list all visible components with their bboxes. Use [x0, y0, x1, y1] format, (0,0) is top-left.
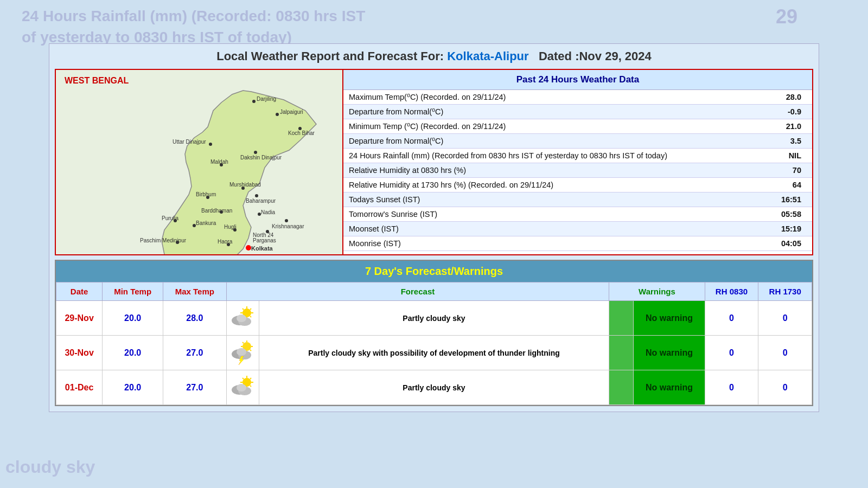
forecast-row: 01-Dec 20.0 27.0 Partly cloudy sky No wa… — [56, 370, 812, 405]
svg-text:Parganas: Parganas — [253, 237, 276, 243]
weather-label: Maximum Temp(⁰C) (Recorded. on 29/11/24) — [343, 90, 765, 105]
weather-data-row: Departure from Normal(⁰C) -0.9 — [343, 105, 812, 119]
forecast-icon — [226, 370, 259, 405]
date-label: Dated :Nov 29, 2024 — [539, 49, 652, 63]
th-max-temp: Max Temp — [163, 282, 226, 301]
weather-label: Departure from Normal(⁰C) — [343, 105, 765, 119]
svg-text:Baharampur: Baharampur — [246, 198, 276, 204]
weather-label: Moonrise (IST) — [343, 236, 765, 251]
forecast-rh0830: 0 — [705, 336, 758, 370]
weather-data-row: Maximum Temp(⁰C) (Recorded. on 29/11/24)… — [343, 90, 812, 105]
svg-point-80 — [237, 384, 246, 391]
weather-value: -0.9 — [765, 105, 812, 119]
forecast-warning: No warning — [634, 301, 705, 336]
weather-label: Tomorrow's Sunrise (IST) — [343, 207, 765, 222]
weather-data-row: 24 Hours Rainfall (mm) (Recorded from 08… — [343, 149, 812, 163]
svg-point-0 — [252, 100, 256, 103]
forecast-date: 30-Nov — [56, 336, 103, 370]
forecast-warning: No warning — [634, 336, 705, 370]
svg-line-75 — [250, 386, 251, 387]
main-container: Local Weather Report and Forecast For: K… — [49, 43, 819, 412]
svg-text:Dakshin Dinajpur: Dakshin Dinajpur — [240, 155, 282, 160]
watermark-line1: 24 Hours Rainfall (mm) (Recorded: 0830 h… — [22, 5, 365, 27]
warning-color-box — [609, 336, 634, 370]
forecast-text: Partly cloudy sky — [259, 301, 609, 336]
th-rh0830: RH 0830 — [705, 282, 758, 301]
forecast-date: 01-Dec — [56, 370, 103, 405]
forecast-min-temp: 20.0 — [103, 301, 163, 336]
weather-data-row: Departure from Normal(⁰C) 3.5 — [343, 134, 812, 149]
svg-text:Haora: Haora — [218, 239, 233, 245]
forecast-date: 29-Nov — [56, 301, 103, 336]
forecast-table: Date Min Temp Max Temp Forecast Warnings… — [56, 282, 812, 405]
svg-text:Paschim Medinipur: Paschim Medinipur — [140, 237, 187, 243]
weather-value: 04:05 — [765, 236, 812, 251]
weather-data-row: Minimum Temp (⁰C) (Recorded. on 29/11/24… — [343, 119, 812, 134]
forecast-title: 7 Day's Forecast/Warnings — [56, 261, 812, 282]
weather-data-row: Moonrise (IST) 04:05 — [343, 236, 812, 251]
weather-value: 28.0 — [765, 90, 812, 105]
svg-text:Bankura: Bankura — [196, 220, 216, 226]
svg-text:Maldah: Maldah — [210, 159, 228, 165]
svg-text:Purba Medinipur: Purba Medinipur — [190, 254, 231, 254]
svg-text:Krishnanagar: Krishnanagar — [272, 223, 304, 229]
watermark-right: 29 — [776, 5, 797, 28]
svg-line-77 — [250, 378, 251, 379]
weather-label: 24 Hours Rainfall (mm) (Recorded from 08… — [343, 149, 765, 163]
svg-text:Uttar Dinajpur: Uttar Dinajpur — [173, 139, 206, 145]
weather-value: NIL — [765, 149, 812, 163]
watermark-bottom: cloudy sky — [5, 457, 95, 477]
location-name: Kolkata-Alipur — [447, 49, 528, 63]
map-svg-container: Darjiling Jalpaiguri Koch Bihar Uttar Di… — [56, 70, 342, 254]
forecast-row: 30-Nov 20.0 27.0 Partly cloudy sky with … — [56, 336, 812, 370]
weather-label: Relative Humidity at 1730 hrs (%) (Recor… — [343, 178, 765, 192]
weather-data-row: Tomorrow's Sunrise (IST) 05:58 — [343, 207, 812, 222]
svg-text:Koch Bihar: Koch Bihar — [288, 130, 315, 136]
svg-line-74 — [242, 378, 244, 379]
page-title: Local Weather Report and Forecast For: K… — [55, 49, 813, 63]
forecast-text: Partly cloudy sky — [259, 370, 609, 405]
forecast-icon — [226, 336, 259, 370]
svg-point-67 — [237, 348, 246, 356]
th-forecast: Forecast — [226, 282, 609, 301]
svg-text:Hugli: Hugli — [224, 224, 237, 230]
forecast-row: 29-Nov 20.0 28.0 Partly cloudy sky No wa… — [56, 301, 812, 336]
map-title: WEST BENGAL — [60, 73, 133, 89]
map-section: WEST BENGAL Darjiling Jalpaiguri Koch Bi… — [56, 70, 343, 254]
weather-data-title: Past 24 Hours Weather Data — [343, 70, 812, 90]
warning-color-box — [609, 370, 634, 405]
weather-data-row: Todays Sunset (IST) 16:51 — [343, 192, 812, 207]
svg-point-6 — [209, 143, 212, 146]
top-section: WEST BENGAL Darjiling Jalpaiguri Koch Bi… — [55, 69, 813, 255]
svg-text:Birbhum: Birbhum — [196, 191, 216, 197]
th-min-temp: Min Temp — [103, 282, 163, 301]
forecast-max-temp: 27.0 — [163, 370, 226, 405]
forecast-text: Partly cloudy sky with possibility of de… — [259, 336, 609, 370]
weather-data-section: Past 24 Hours Weather Data Maximum Temp(… — [343, 70, 812, 254]
weather-value: 70 — [765, 163, 812, 178]
svg-text:Jalpaiguri: Jalpaiguri — [280, 109, 303, 115]
watermark-top: 24 Hours Rainfall (mm) (Recorded: 0830 h… — [22, 5, 365, 48]
forecast-min-temp: 20.0 — [103, 336, 163, 370]
th-date: Date — [56, 282, 103, 301]
forecast-rh1730: 0 — [758, 370, 812, 405]
th-warnings: Warnings — [609, 282, 705, 301]
th-rh1730: RH 1730 — [758, 282, 812, 301]
svg-point-8 — [254, 151, 257, 154]
weather-label: Moonset (IST) — [343, 222, 765, 236]
svg-point-16 — [255, 194, 258, 197]
svg-text:Kolkata: Kolkata — [251, 245, 273, 252]
weather-label: Todays Sunset (IST) — [343, 192, 765, 207]
svg-point-26 — [285, 219, 288, 222]
forecast-rh0830: 0 — [705, 301, 758, 336]
forecast-icon — [226, 301, 259, 336]
forecast-max-temp: 27.0 — [163, 336, 226, 370]
weather-label: Relative Humidity at 0830 hrs (%) — [343, 163, 765, 178]
svg-point-2 — [276, 113, 279, 116]
warning-color-box — [609, 301, 634, 336]
svg-line-63 — [242, 342, 244, 343]
forecast-rh1730: 0 — [758, 301, 812, 336]
weather-value: 05:58 — [765, 207, 812, 222]
weather-value: 15:19 — [765, 222, 812, 236]
weather-label: Departure from Normal(⁰C) — [343, 134, 765, 149]
